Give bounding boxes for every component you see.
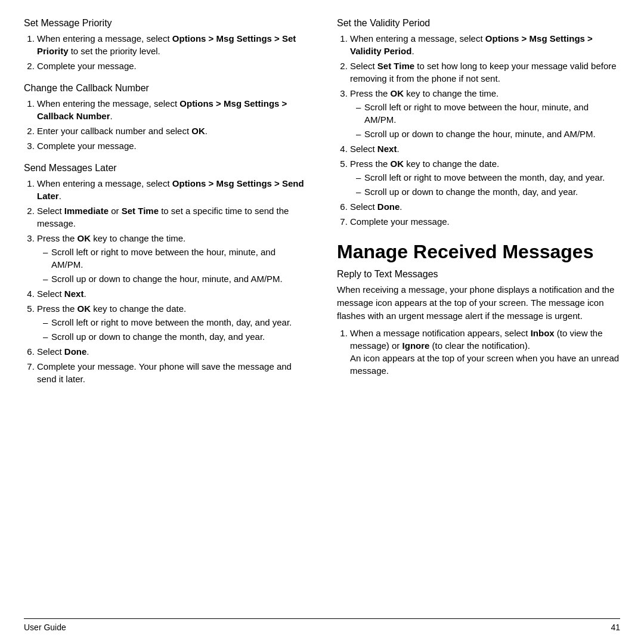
sub-list: Scroll left or right to move between the…	[43, 316, 307, 343]
section3-heading: Send Messages Later	[24, 163, 307, 174]
sub-list-item: Scroll up or down to change the month, d…	[356, 185, 620, 198]
reply-list: When a message notification appears, sel…	[350, 327, 620, 377]
list-item: Select Next.	[37, 287, 307, 300]
list-item: When entering a message, select Options …	[37, 177, 307, 202]
list-item: Select Immediate or Set Time to set a sp…	[37, 205, 307, 230]
list-item: When entering the message, select Option…	[37, 97, 307, 122]
sub-list-item: Scroll left or right to move between the…	[43, 246, 307, 271]
right-column: Set the Validity Period When entering a …	[331, 18, 620, 612]
list-item: Press the OK key to change the date. Scr…	[37, 302, 307, 343]
sub-list: Scroll left or right to move between the…	[43, 246, 307, 285]
sub-list-item: Scroll left or right to move between the…	[356, 101, 620, 126]
validity-heading: Set the Validity Period	[337, 18, 620, 29]
sub-list-item: Scroll up or down to change the hour, mi…	[43, 273, 307, 285]
list-item: Enter your callback number and select OK…	[37, 125, 307, 137]
section2-list: When entering the message, select Option…	[37, 97, 307, 152]
list-item: Complete your message.	[37, 60, 307, 72]
section1-list: When entering a message, select Options …	[37, 32, 307, 72]
list-item: Select Done.	[350, 200, 620, 213]
list-item: Select Set Time to set how long to keep …	[350, 60, 620, 85]
footer-page-number: 41	[611, 623, 620, 632]
list-item: Press the OK key to change the time. Scr…	[350, 87, 620, 140]
list-item: Press the OK key to change the date. Scr…	[350, 157, 620, 198]
validity-list: When entering a message, select Options …	[350, 32, 620, 228]
section3-list: When entering a message, select Options …	[37, 177, 307, 385]
list-item: Select Done.	[37, 345, 307, 358]
reply-heading: Reply to Text Messages	[337, 269, 620, 280]
list-item: Complete your message. Your phone will s…	[37, 360, 307, 385]
list-item: When entering a message, select Options …	[37, 32, 307, 57]
footer: User Guide 41	[24, 618, 620, 632]
list-item: When entering a message, select Options …	[350, 32, 620, 57]
list-item: Complete your message.	[350, 215, 620, 228]
sub-list: Scroll left or right to move between the…	[356, 101, 620, 140]
left-column: Set Message Priority When entering a mes…	[24, 18, 313, 612]
sub-list-item: Scroll up or down to change the month, d…	[43, 330, 307, 343]
manage-received-heading: Manage Received Messages	[337, 241, 620, 263]
content-area: Set Message Priority When entering a mes…	[24, 18, 620, 612]
section1-heading: Set Message Priority	[24, 18, 307, 29]
list-item: Select Next.	[350, 143, 620, 155]
sub-list-item: Scroll up or down to change the hour, mi…	[356, 128, 620, 140]
sub-list-item: Scroll left or right to move between the…	[43, 316, 307, 329]
page-container: Set Message Priority When entering a mes…	[0, 0, 644, 644]
section2-heading: Change the Callback Number	[24, 83, 307, 94]
sub-list: Scroll left or right to move between the…	[356, 171, 620, 198]
list-item: Press the OK key to change the time. Scr…	[37, 232, 307, 285]
list-item: When a message notification appears, sel…	[350, 327, 620, 377]
intro-text: When receiving a message, your phone dis…	[337, 283, 620, 322]
list-item: Complete your message.	[37, 140, 307, 152]
footer-left-label: User Guide	[24, 623, 66, 632]
sub-list-item: Scroll left or right to move between the…	[356, 171, 620, 184]
